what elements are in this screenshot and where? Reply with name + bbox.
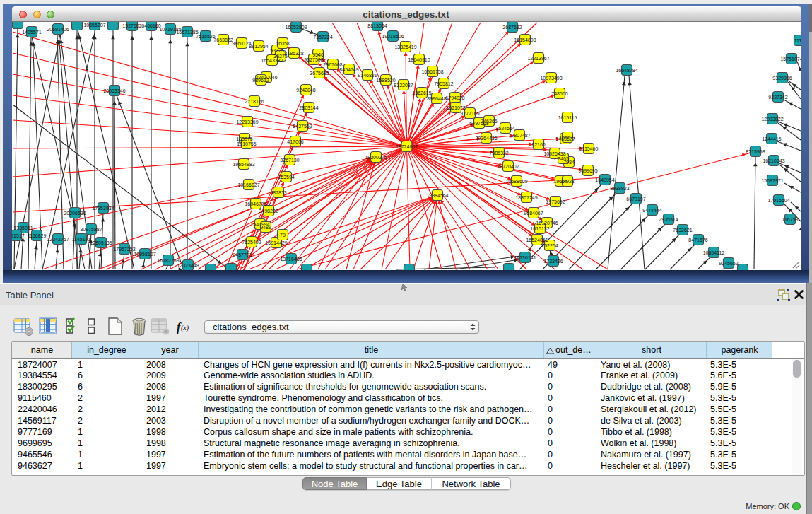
svg-text:7663822: 7663822: [213, 37, 233, 42]
svg-text:30975887: 30975887: [80, 227, 102, 232]
svg-text:9327508: 9327508: [304, 57, 323, 62]
svg-text:20691406: 20691406: [47, 27, 69, 32]
svg-text:9457791: 9457791: [233, 252, 252, 257]
svg-text:10654112: 10654112: [703, 250, 725, 255]
svg-text:1156829: 1156829: [28, 233, 47, 238]
svg-text:12323448: 12323448: [177, 263, 199, 268]
svg-text:7357224: 7357224: [313, 35, 332, 40]
svg-text:2967608: 2967608: [323, 62, 342, 67]
svg-text:7386322: 7386322: [489, 151, 508, 156]
svg-text:(x): (x): [181, 324, 189, 332]
svg-text:9146821: 9146821: [358, 73, 377, 78]
svg-text:1640954: 1640954: [595, 177, 614, 182]
svg-text:3624554: 3624554: [495, 126, 514, 131]
svg-text:3498222: 3498222: [259, 209, 278, 214]
svg-text:19218506: 19218506: [382, 34, 404, 39]
svg-text:14923: 14923: [560, 179, 575, 184]
svg-text:10688609: 10688609: [505, 179, 527, 184]
svg-text:18640910: 18640910: [408, 57, 430, 62]
svg-text:2687682: 2687682: [502, 25, 522, 30]
svg-text:1733426: 1733426: [543, 259, 563, 264]
svg-text:9474444: 9474444: [642, 208, 661, 213]
svg-text:17957253: 17957253: [113, 247, 135, 252]
svg-text:7515526: 7515526: [196, 34, 215, 39]
svg-text:1527602: 1527602: [122, 23, 141, 28]
svg-text:7632621: 7632621: [673, 228, 692, 233]
svg-text:16543382: 16543382: [261, 58, 283, 63]
svg-text:8322037: 8322037: [394, 83, 413, 88]
svg-text:6679197: 6679197: [626, 197, 645, 201]
svg-text:9242848: 9242848: [296, 88, 315, 93]
svg-text:16058: 16058: [276, 41, 290, 46]
svg-text:16210643: 16210643: [763, 158, 784, 163]
svg-text:13325419: 13325419: [394, 45, 416, 49]
svg-text:18300275: 18300275: [365, 155, 387, 160]
svg-text:1010755: 1010755: [237, 141, 256, 146]
svg-text:17353934: 17353934: [92, 206, 114, 211]
svg-text:20053346: 20053346: [103, 88, 125, 93]
svg-text:1112: 1112: [794, 38, 805, 43]
svg-text:1621072: 1621072: [446, 105, 465, 110]
svg-text:9684067: 9684067: [524, 211, 543, 216]
svg-text:12505135: 12505135: [90, 240, 112, 245]
svg-text:19384554: 19384554: [426, 193, 448, 198]
svg-text:16782759: 16782759: [157, 258, 179, 263]
svg-text:53225: 53225: [270, 48, 284, 53]
svg-text:9115460: 9115460: [579, 146, 599, 151]
svg-text:183075: 183075: [236, 136, 252, 141]
svg-text:10025438: 10025438: [543, 151, 565, 156]
svg-text:16046798: 16046798: [245, 201, 266, 206]
svg-text:18724007: 18724007: [396, 144, 418, 149]
svg-text:748500: 748500: [551, 91, 567, 96]
svg-text:9245652: 9245652: [719, 261, 738, 266]
svg-text:16120746: 16120746: [536, 221, 558, 226]
svg-text:15751074: 15751074: [780, 57, 802, 62]
svg-text:10973493: 10973493: [540, 76, 562, 81]
svg-text:12213967: 12213967: [527, 56, 549, 61]
svg-text:8471676: 8471676: [688, 238, 707, 243]
svg-text:16648784: 16648784: [616, 68, 637, 73]
svg-text:9777169: 9777169: [460, 111, 479, 116]
svg-text:6466160: 6466160: [141, 23, 160, 28]
svg-text:1615115: 1615115: [558, 115, 577, 120]
svg-text:16154808: 16154808: [514, 37, 536, 42]
svg-text:9329966: 9329966: [772, 76, 792, 81]
svg-text:2935514: 2935514: [659, 217, 678, 222]
svg-text:12213369: 12213369: [236, 119, 258, 124]
svg-text:10958107: 10958107: [134, 252, 155, 257]
svg-text:10807487: 10807487: [508, 133, 530, 138]
svg-text:746266: 746266: [481, 119, 497, 124]
svg-text:2803144: 2803144: [299, 105, 318, 110]
svg-text:12093822: 12093822: [761, 117, 783, 122]
svg-text:1588520: 1588520: [376, 78, 395, 83]
svg-text:14136141: 14136141: [514, 255, 536, 260]
svg-text:1975692: 1975692: [546, 199, 565, 204]
svg-text:62160: 62160: [531, 142, 546, 147]
svg-text:20206536: 20206536: [64, 211, 86, 216]
svg-text:417006: 417006: [287, 139, 303, 144]
svg-text:1615132: 1615132: [530, 226, 549, 231]
svg-text:13716485: 13716485: [280, 257, 302, 262]
svg-text:15692971: 15692971: [761, 178, 783, 183]
svg-text:8427552: 8427552: [293, 124, 312, 129]
svg-text:19166827: 19166827: [237, 182, 259, 187]
svg-text:16671385: 16671385: [176, 30, 198, 35]
svg-text:391517: 391517: [8, 233, 24, 238]
svg-text:3267130: 3267130: [280, 158, 299, 163]
svg-text:9699695: 9699695: [578, 168, 597, 173]
svg-text:19654983: 19654983: [233, 162, 254, 167]
svg-text:155627: 155627: [559, 135, 575, 140]
svg-text:8215958: 8215958: [746, 149, 765, 154]
svg-text:116753: 116753: [782, 217, 799, 222]
svg-text:16961758: 16961758: [421, 69, 443, 74]
svg-text:10655287: 10655287: [83, 23, 105, 28]
svg-text:1244415: 1244415: [762, 136, 781, 141]
svg-text:153594: 153594: [278, 175, 294, 180]
svg-text:8990448: 8990448: [427, 96, 446, 101]
svg-text:12342757: 12342757: [47, 237, 69, 242]
svg-text:8938923: 8938923: [610, 186, 629, 191]
svg-text:252254: 252254: [541, 243, 558, 248]
svg-text:9227342: 9227342: [768, 95, 787, 100]
svg-text:16914429: 16914429: [265, 240, 287, 245]
svg-text:79: 79: [280, 233, 286, 238]
